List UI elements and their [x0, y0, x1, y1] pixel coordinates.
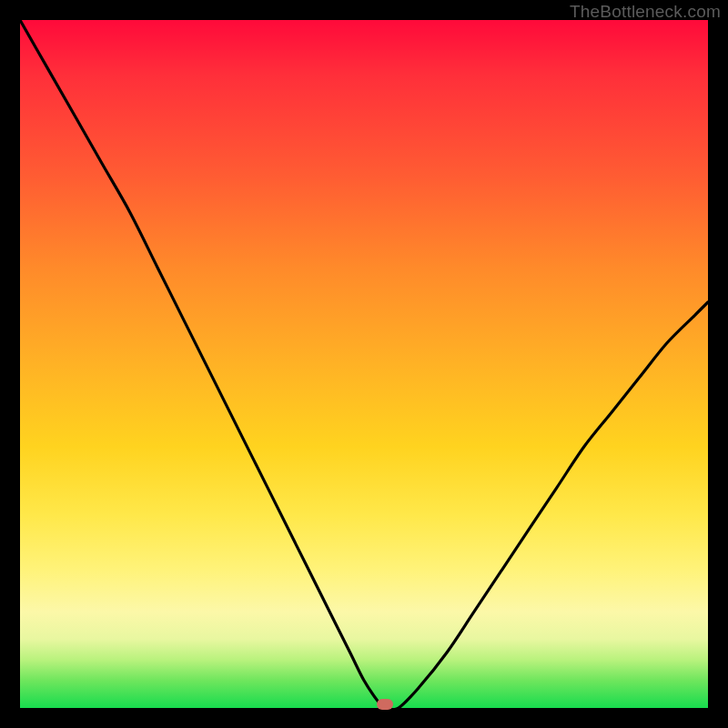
bottleneck-curve	[20, 20, 708, 708]
chart-frame: TheBottleneck.com	[0, 0, 728, 728]
plot-area	[20, 20, 708, 708]
watermark-text: TheBottleneck.com	[570, 2, 721, 22]
minimum-marker	[377, 699, 393, 710]
